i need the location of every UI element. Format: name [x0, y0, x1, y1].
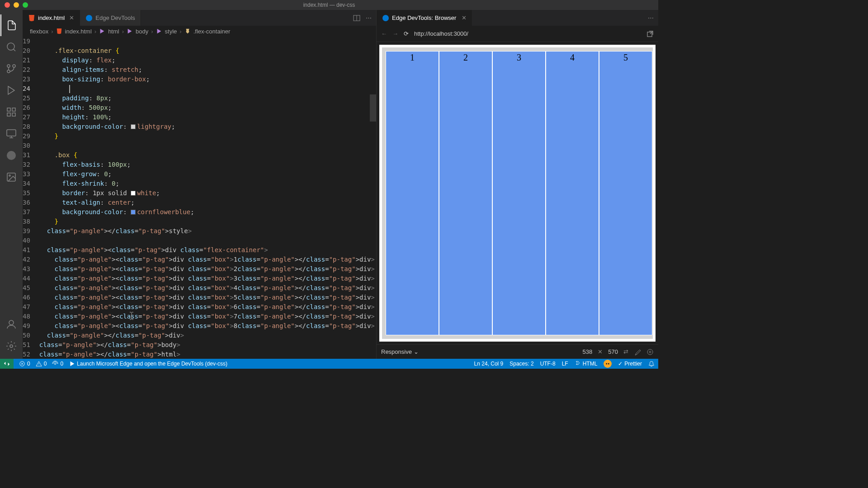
extensions-icon[interactable] — [0, 101, 22, 123]
svg-rect-8 — [7, 130, 16, 136]
breadcrumb-item[interactable]: .flex-container — [193, 28, 231, 35]
back-icon[interactable]: ← — [381, 30, 387, 37]
text-cursor — [129, 312, 134, 320]
symbol-icon — [127, 28, 133, 34]
html-file-icon — [56, 28, 62, 34]
more-actions-icon[interactable]: ⋯ — [648, 14, 654, 21]
svg-point-22 — [606, 363, 608, 365]
svg-rect-5 — [12, 108, 15, 111]
breadcrumb-item[interactable]: body — [136, 28, 148, 35]
explorer-icon[interactable] — [0, 14, 22, 36]
status-bar: 0 0 0 Launch Microsoft Edge and open the… — [0, 359, 658, 369]
eol[interactable]: LF — [562, 361, 568, 367]
ports-count[interactable]: 0 — [52, 361, 63, 367]
svg-rect-4 — [7, 108, 10, 111]
breadcrumb-item[interactable]: index.html — [65, 28, 92, 35]
accounts-icon[interactable] — [0, 314, 22, 335]
svg-point-12 — [9, 320, 14, 325]
open-externally-icon[interactable] — [646, 30, 654, 38]
errors-count[interactable]: 0 — [19, 361, 30, 367]
breadcrumbs[interactable]: flexbox › index.html › html › body › sty… — [23, 26, 376, 37]
chevron-right-icon: › — [51, 28, 53, 35]
split-editor-icon[interactable] — [353, 14, 360, 22]
dimension-separator-icon: ✕ — [598, 348, 603, 355]
more-actions-icon[interactable]: ⋯ — [366, 14, 372, 21]
target-icon[interactable] — [646, 348, 654, 356]
svg-point-23 — [608, 363, 609, 365]
css-selector-icon — [184, 28, 191, 34]
svg-point-3 — [7, 65, 10, 67]
chevron-right-icon: › — [151, 28, 153, 35]
breadcrumb-item[interactable]: style — [165, 28, 177, 35]
minimap[interactable] — [375, 37, 376, 359]
viewport-height[interactable]: 570 — [608, 348, 618, 355]
chevron-right-icon: › — [122, 28, 124, 35]
images-icon[interactable] — [0, 166, 22, 188]
svg-point-1 — [13, 65, 15, 67]
source-control-icon[interactable] — [0, 58, 22, 80]
svg-rect-6 — [7, 113, 10, 116]
svg-point-11 — [9, 175, 10, 176]
encoding[interactable]: UTF-8 — [540, 361, 556, 367]
notifications-icon[interactable] — [648, 361, 655, 367]
svg-point-14 — [86, 15, 92, 21]
run-debug-icon[interactable] — [0, 80, 22, 101]
svg-point-0 — [7, 43, 14, 50]
breadcrumb-item[interactable]: flexbox — [30, 28, 48, 35]
chevron-down-icon: ⌄ — [414, 348, 419, 355]
tab-label: Edge DevTools: Browser — [392, 14, 456, 21]
tab-devtools-browser[interactable]: Edge DevTools: Browser ✕ — [377, 10, 472, 26]
svg-point-19 — [649, 351, 651, 353]
viewport-width[interactable]: 538 — [583, 348, 593, 355]
browser-toolbar: ← → ⟳ http://localhost:3000/ — [377, 26, 658, 42]
tab-label: index.html — [38, 14, 65, 21]
svg-point-16 — [382, 15, 389, 21]
close-icon[interactable]: ✕ — [69, 14, 74, 21]
forward-icon[interactable]: → — [392, 30, 398, 37]
reload-icon[interactable]: ⟳ — [404, 30, 409, 37]
maximize-window-button[interactable] — [23, 2, 28, 8]
html-file-icon — [28, 14, 35, 22]
close-window-button[interactable] — [5, 2, 10, 8]
close-icon[interactable]: ✕ — [462, 14, 467, 21]
warnings-count[interactable]: 0 — [36, 361, 47, 367]
prettier-status[interactable]: ✓ Prettier — [618, 361, 642, 367]
devtools-footer: Responsive ⌄ 538 ✕ 570 ⇄ — [377, 344, 658, 359]
svg-point-18 — [647, 349, 653, 355]
color-picker-icon[interactable] — [634, 348, 641, 356]
device-selector[interactable]: Responsive ⌄ — [381, 348, 419, 355]
remote-explorer-icon[interactable] — [0, 123, 22, 145]
search-icon[interactable] — [0, 36, 22, 58]
rotate-icon[interactable]: ⇄ — [623, 348, 628, 355]
code-content[interactable]: .flex-container { display: flex; align-i… — [39, 37, 375, 359]
svg-point-21 — [55, 363, 57, 365]
title-bar: index.html — dev-css — [0, 0, 658, 10]
edge-icon — [382, 14, 389, 22]
breadcrumb-item[interactable]: html — [108, 28, 119, 35]
remote-indicator[interactable] — [0, 359, 14, 369]
cursor-position[interactable]: Ln 24, Col 9 — [474, 361, 504, 367]
tab-edge-devtools[interactable]: Edge DevTools — [80, 10, 141, 26]
language-mode[interactable]: HTML — [575, 361, 598, 367]
preview-box: 4 — [546, 51, 599, 335]
svg-point-9 — [7, 151, 16, 160]
tab-index-html[interactable]: index.html ✕ — [23, 10, 80, 26]
svg-point-13 — [10, 345, 13, 347]
url-bar[interactable]: http://localhost:3000/ — [414, 30, 641, 37]
chevron-right-icon: › — [94, 28, 96, 35]
launch-config[interactable]: Launch Microsoft Edge and open the Edge … — [69, 361, 227, 367]
devtools-tabs: Edge DevTools: Browser ✕ ⋯ — [377, 10, 658, 26]
minimize-window-button[interactable] — [14, 2, 19, 8]
minimap-thumb[interactable] — [370, 94, 376, 122]
svg-rect-7 — [12, 113, 15, 116]
edge-tools-icon[interactable] — [0, 145, 22, 166]
symbol-icon — [99, 28, 105, 34]
preview-box: 3 — [492, 51, 546, 335]
code-editor[interactable]: 1920212223242526272829303132333435363738… — [23, 37, 376, 359]
indentation[interactable]: Spaces: 2 — [509, 361, 533, 367]
tab-label: Edge DevTools — [95, 14, 135, 21]
window-title: index.html — dev-css — [303, 2, 355, 8]
copilot-icon[interactable] — [604, 360, 612, 368]
chevron-right-icon: › — [179, 28, 181, 35]
settings-gear-icon[interactable] — [0, 335, 22, 357]
